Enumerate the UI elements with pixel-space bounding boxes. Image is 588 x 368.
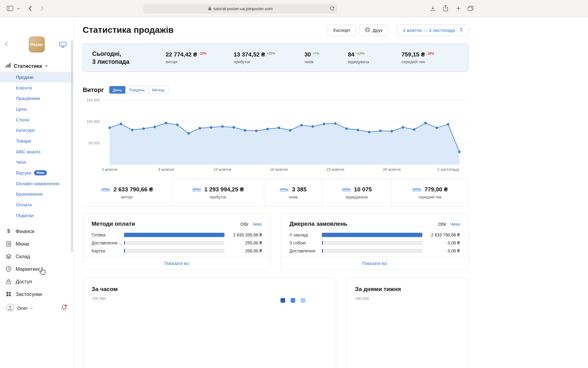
total-checks-cell[interactable]: 3 385 чеків (264, 179, 322, 207)
total-revenue-cell[interactable]: 2 633 790,66 ₴ виторг (83, 179, 172, 207)
payment-row: Картка 200,00 ₴ (83, 247, 270, 255)
user-menu[interactable]: Олег (0, 301, 73, 315)
source-row: У закладі 2 633 790,66 ₴ (281, 231, 468, 239)
card-title: Джерела замовлень (289, 220, 348, 227)
sidebar-item-cheky[interactable]: Чеки (0, 157, 73, 168)
chevron-down-icon (30, 307, 33, 309)
legend-swatch (301, 298, 305, 303)
today-metric-visitors: 84+14% відвідувача (348, 51, 401, 64)
sidebar-item-bronyuvannya[interactable]: Бронювання (0, 189, 73, 200)
legend-swatch (291, 298, 295, 303)
payment-row: Доставлення ... 255,00 ₴ (83, 239, 270, 247)
today-summary-band: Сьогодні, 3 листопада 22 774,42 ₴-10% ви… (83, 44, 469, 72)
url-text: tutorial-poster-ua.joinposter.com (213, 6, 273, 11)
toggle-turnover[interactable]: Обіг (438, 222, 447, 227)
show-all-link[interactable]: Показати всі (281, 257, 468, 270)
bar-track (322, 249, 422, 253)
toggle-checks[interactable]: Чеки (252, 222, 262, 227)
sidebar-item-dostup[interactable]: Доступ (0, 275, 73, 288)
poster-logo[interactable]: Poster (29, 36, 45, 52)
address-bar[interactable]: tutorial-poster-ua.joinposter.com (143, 4, 337, 13)
payment-row: Готівка 2 633 335,66 ₴ (83, 231, 270, 239)
printer-icon (365, 27, 370, 33)
total-avg-check-cell[interactable]: 779,00 ₴ середній чек (391, 179, 469, 207)
source-row: Доставлення 0,00 ₴ (281, 247, 468, 255)
sidebar-item-katehoriyi[interactable]: Категорії (0, 125, 73, 136)
sidebar-group-statistics[interactable]: Статистика (0, 60, 73, 72)
sidebar-item-kliyenty[interactable]: Клієнти (0, 82, 73, 93)
chart-legend (281, 298, 305, 303)
browser-toolbar: tutorial-poster-ua.joinposter.com (0, 0, 588, 17)
tab-month[interactable]: Місяць (148, 86, 168, 94)
avatar (6, 304, 14, 313)
bar-track (322, 241, 422, 245)
sidebar-toggle-icon[interactable] (7, 6, 13, 11)
finance-icon: $ (6, 228, 12, 234)
sidebar-item-abc-analiz[interactable]: ABC-аналіз (0, 146, 73, 157)
toggle-turnover[interactable]: Обіг (240, 222, 249, 227)
forward-button[interactable] (40, 6, 44, 11)
stepper-arrows-icon (460, 27, 463, 33)
user-name: Олег (17, 305, 28, 311)
sidebar-item-finansy[interactable]: $ Фінанси (0, 225, 73, 238)
reload-icon[interactable] (330, 6, 334, 12)
main-content: Статистика продажів Експорт Друк 3 жовтн… (74, 17, 588, 368)
metric-delta: +14% (356, 52, 364, 55)
new-badge: Нове (34, 170, 47, 175)
share-button[interactable] (443, 5, 448, 11)
bar-track (124, 249, 224, 253)
bar-track (322, 233, 422, 237)
sidebar-item-pratsivnyky[interactable]: Працівники (0, 93, 73, 104)
menu-doc-icon (6, 241, 12, 247)
terminal-monitor-icon[interactable] (59, 42, 66, 49)
marketing-clock-icon (6, 266, 12, 272)
sidebar-item-zastosunky[interactable]: Застосунки (0, 288, 73, 301)
sidebar-item-prodazhi[interactable]: Продажі (0, 72, 73, 82)
sidebar-item-menu[interactable]: Меню (0, 238, 73, 250)
bar-fill (322, 249, 323, 253)
revenue-chart[interactable]: 50 000100 000150 0003 жовтня8 жовтня13 ж… (83, 96, 469, 173)
sidebar-item-stoly[interactable]: Столи (0, 114, 73, 125)
revenue-chart-title: Виторг (83, 86, 104, 94)
notifications-bell-icon[interactable] (61, 304, 67, 312)
downloads-button[interactable] (430, 6, 435, 11)
bar-fill (322, 241, 323, 245)
total-profit-cell[interactable]: 1 293 994,25 ₴ прибуток (172, 179, 264, 207)
sidebar-item-online-zamovlennya[interactable]: Онлайн-замовлення (0, 178, 73, 189)
show-all-link[interactable]: Показати всі (83, 257, 270, 270)
svg-text:8 жовтня: 8 жовтня (158, 167, 174, 172)
export-button[interactable]: Експорт (327, 25, 356, 36)
sidebar-scrollbar[interactable] (71, 40, 73, 252)
today-title: Сьогодні, 3 листопада (92, 50, 166, 66)
sidebar-item-tsekhy[interactable]: Цехи (0, 104, 73, 114)
sparkline-icon (412, 187, 421, 192)
sidebar-collapse-icon[interactable] (5, 41, 8, 48)
sidebar-item-vidhuky[interactable]: Відгуки Нове (0, 167, 73, 178)
access-lock-icon (6, 279, 12, 284)
card-title: Методи оплати (92, 220, 135, 227)
back-button[interactable] (28, 6, 32, 11)
tab-week[interactable]: Тиждень (125, 86, 148, 94)
sidebar-item-oplaty[interactable]: Оплати (0, 199, 73, 210)
bar-chart-icon (6, 63, 11, 69)
by-weekday-title: За днями тижня (346, 278, 468, 293)
new-tab-button[interactable] (456, 6, 461, 11)
sparkline-icon (342, 187, 351, 192)
tab-group-chevron-icon[interactable] (17, 8, 20, 10)
sidebar-item-podatky[interactable]: Податки (0, 210, 73, 221)
date-range-select[interactable]: 3 жовтня — 3 листопада (397, 25, 469, 36)
totals-row: 2 633 790,66 ₴ виторг 1 293 994,25 ₴ при… (83, 179, 469, 207)
metric-delta: -18% (426, 52, 434, 55)
sidebar-item-marketynh[interactable]: Маркетинг (0, 263, 73, 275)
chevron-down-icon (45, 65, 48, 67)
metric-delta: -10% (198, 52, 206, 55)
sidebar-item-tovary[interactable]: Товари (0, 136, 73, 146)
toggle-checks[interactable]: Чеки (450, 222, 460, 227)
today-metric-checks: 30+7% чеків (304, 51, 348, 64)
tabs-overview-button[interactable] (468, 6, 473, 11)
print-button[interactable]: Друк (359, 25, 388, 36)
sidebar-item-sklad[interactable]: Склад (0, 250, 73, 263)
tab-day[interactable]: День (109, 86, 125, 94)
total-visitors-cell[interactable]: 10 075 відвідувачів (322, 179, 391, 207)
lock-icon (208, 6, 211, 12)
